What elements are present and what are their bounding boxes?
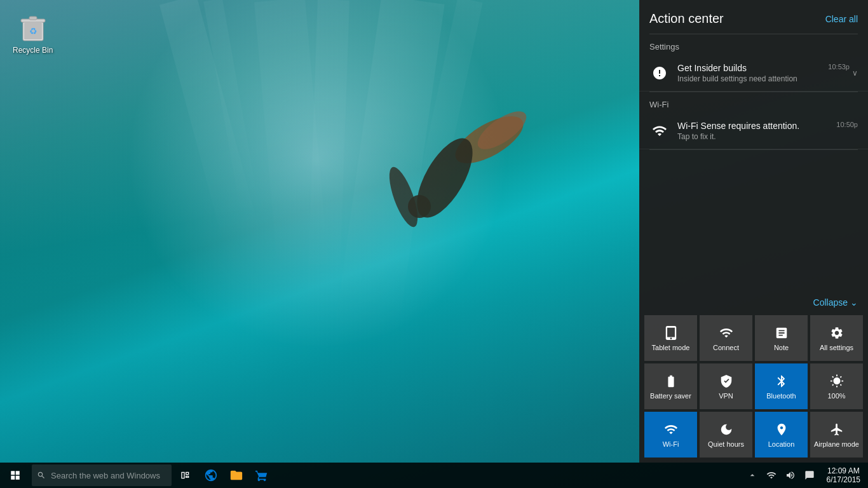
network-icon [766, 470, 776, 480]
windows-icon [10, 470, 21, 481]
vpn-label: VPN [719, 392, 733, 400]
location-label: Location [768, 440, 795, 448]
store-icon [255, 468, 269, 482]
settings-notif-time: 10:53p [828, 63, 850, 71]
volume-icon [785, 470, 796, 480]
clear-all-button[interactable]: Clear all [825, 14, 858, 24]
quiet-hours-label: Quiet hours [708, 440, 744, 448]
message-icon [804, 470, 815, 480]
clock-time: 12:09 AM [827, 466, 860, 475]
tablet-mode-label: Tablet mode [652, 344, 690, 351]
show-hidden-icons[interactable] [743, 463, 762, 488]
edge-icon [204, 468, 218, 482]
edge-app[interactable] [198, 463, 224, 488]
clock-date: 6/17/2015 [827, 475, 860, 484]
search-placeholder: Search the web and Windows [51, 471, 160, 480]
qa-note[interactable]: Note [755, 315, 808, 361]
notification-get-insider[interactable]: Get Insider builds Insider build setting… [639, 55, 868, 92]
bluetooth-label: Bluetooth [766, 392, 796, 400]
connect-icon [719, 326, 733, 340]
qa-battery-saver[interactable]: Battery saver [644, 363, 697, 409]
qa-bluetooth[interactable]: Bluetooth [755, 363, 808, 409]
settings-section-label: Settings [639, 34, 868, 55]
action-center-panel: Action center Clear all Settings Get Ins… [639, 0, 868, 463]
settings-notif-content: Get Insider builds Insider build setting… [677, 63, 823, 83]
action-center-title: Action center [649, 11, 724, 26]
file-explorer-app[interactable] [224, 463, 249, 488]
collapse-button[interactable]: Collapse ⌄ [813, 297, 858, 308]
system-tray: 12:09 AM 6/17/2015 [743, 463, 868, 488]
wifi-notif-body: Tap to fix it. [677, 132, 831, 141]
task-view-icon [180, 470, 191, 480]
airplane-mode-label: Airplane mode [814, 440, 859, 448]
all-settings-icon [830, 326, 844, 340]
qa-tablet-mode[interactable]: Tablet mode [644, 315, 697, 361]
collapse-chevron-icon: ⌄ [850, 297, 858, 308]
taskbar: Search the web and Windows [0, 463, 868, 488]
qa-vpn[interactable]: VPN [700, 363, 752, 409]
search-box[interactable]: Search the web and Windows [32, 464, 172, 486]
wifi-label: Wi-Fi [663, 440, 679, 448]
collapse-row: Collapse ⌄ [639, 292, 868, 313]
action-center-header: Action center Clear all [639, 0, 868, 34]
wifi2-icon [664, 423, 678, 437]
notification-wifi-sense[interactable]: Wi-Fi Sense requires attention. Tap to f… [639, 113, 868, 149]
search-icon [37, 471, 46, 480]
recycle-bin-icon: ♻ [18, 13, 48, 43]
network-tray-icon[interactable] [762, 463, 781, 488]
task-view-button[interactable] [173, 463, 198, 488]
brightness-icon [830, 374, 844, 388]
collapse-label: Collapse [813, 297, 848, 308]
all-settings-label: All settings [820, 344, 853, 351]
chevron-up-icon [747, 470, 757, 480]
action-center-tray-icon[interactable] [800, 463, 819, 488]
wifi-section-label: Wi-Fi [639, 92, 868, 113]
wifi-notif-title: Wi-Fi Sense requires attention. [677, 121, 831, 131]
wifi-notif-icon [649, 121, 670, 141]
battery-icon [664, 374, 678, 388]
volume-tray-icon[interactable] [781, 463, 800, 488]
qa-location[interactable]: Location [755, 412, 808, 458]
moon-icon [719, 423, 733, 437]
recycle-bin[interactable]: ♻ Recycle Bin [13, 13, 53, 55]
connect-label: Connect [713, 344, 739, 351]
svg-text:♻: ♻ [29, 26, 37, 36]
taskbar-clock[interactable]: 12:09 AM 6/17/2015 [819, 463, 868, 488]
note-icon [775, 326, 789, 340]
store-app[interactable] [249, 463, 275, 488]
wifi-notif-time: 10:50p [836, 121, 858, 128]
vpn-icon [719, 374, 733, 388]
settings-notif-icon [649, 63, 670, 83]
swimmer-image [343, 89, 534, 267]
settings-notif-chevron: ∨ [852, 69, 858, 78]
location-icon [775, 423, 789, 437]
wifi-notif-content: Wi-Fi Sense requires attention. Tap to f… [677, 121, 831, 141]
svg-rect-8 [29, 17, 37, 20]
recycle-bin-label: Recycle Bin [13, 46, 53, 55]
airplane-icon [830, 423, 844, 437]
settings-notif-body: Insider build settings need attention [677, 74, 823, 83]
file-explorer-icon [229, 468, 243, 482]
start-button[interactable] [0, 463, 31, 488]
brightness-label: 100% [827, 392, 845, 400]
qa-quiet-hours[interactable]: Quiet hours [700, 412, 752, 458]
qa-brightness[interactable]: 100% [810, 363, 863, 409]
bluetooth-icon [775, 374, 789, 388]
settings-notif-title: Get Insider builds [677, 63, 823, 73]
qa-all-settings[interactable]: All settings [810, 315, 863, 361]
quick-actions-grid: Tablet mode Connect Note All settings [639, 313, 868, 463]
note-label: Note [774, 344, 789, 351]
qa-connect[interactable]: Connect [700, 315, 752, 361]
qa-airplane-mode[interactable]: Airplane mode [810, 412, 863, 458]
battery-saver-label: Battery saver [650, 392, 691, 400]
tablet-icon [664, 326, 678, 340]
qa-wifi[interactable]: Wi-Fi [644, 412, 697, 458]
